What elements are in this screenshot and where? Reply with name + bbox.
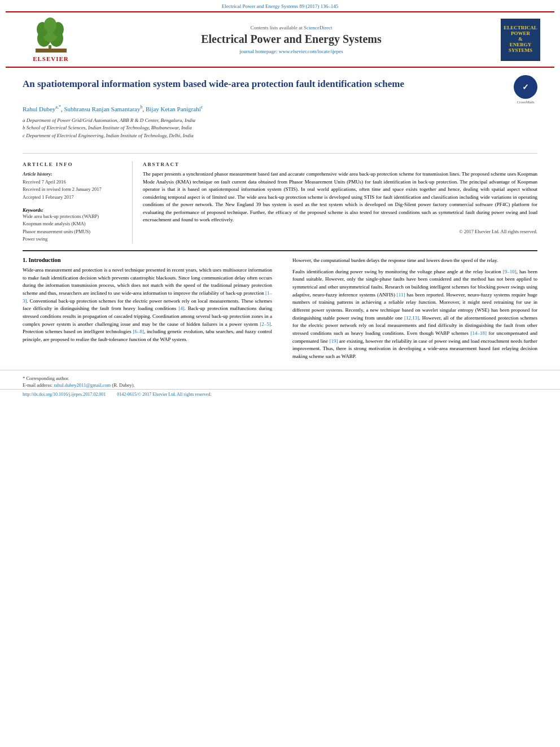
science-direct-line: Contents lists available at ScienceDirec… <box>251 25 333 30</box>
author-bijay: Bijay Ketan Panigrahi <box>146 106 201 112</box>
affiliations: a Department of Power Grid/Grid Automati… <box>23 117 537 140</box>
keywords-list: Wide area back-up protections (WABP) Koo… <box>23 213 122 243</box>
homepage-label: journal homepage: <box>239 49 277 54</box>
ref-2-5[interactable]: [2–5] <box>260 321 271 327</box>
email-value[interactable]: rahul.dubey2011@gmail.com <box>54 382 111 388</box>
elsevier-tree-icon <box>27 17 75 54</box>
elsevier-brand-text: ELSEVIER <box>33 55 69 62</box>
journal-ref-bar: Electrical Power and Energy Systems 89 (… <box>0 0 560 11</box>
ref-14-18[interactable]: [14–18] <box>470 330 487 336</box>
ref-4[interactable]: [4] <box>178 305 185 311</box>
keywords-section: Keywords: Wide area back-up protections … <box>23 207 122 243</box>
keyword-4: Power swing <box>23 235 122 243</box>
homepage-url[interactable]: www.elsevier.com/locate/ijepes <box>279 49 343 54</box>
ref-12-13[interactable]: [12,13] <box>404 315 419 321</box>
issn-text: 0142-0615/© 2017 Elsevier Ltd. All right… <box>117 392 211 397</box>
ref-11[interactable]: [11] <box>397 292 405 298</box>
divider-after-affiliations <box>23 153 537 154</box>
footnote-corresponding: * Corresponding author. <box>23 375 537 382</box>
received-date: Received 7 April 2016 <box>23 178 122 186</box>
elsevier-logo: ELSEVIER <box>27 17 75 62</box>
article-header: An spatiotemporal information system bas… <box>0 68 560 148</box>
contents-label: Contents lists available at <box>251 25 303 30</box>
journal-title: Electrical Power and Energy Systems <box>201 33 382 46</box>
crossmark-area: CrossMark <box>514 75 537 104</box>
abstract-heading: ABSTRACT <box>143 161 537 167</box>
revised-date: Received in revised form 2 January 2017 <box>23 186 122 194</box>
footer-links: http://dx.doi.org/10.1016/j.ijepes.2017.… <box>0 389 560 400</box>
section-number: 1. <box>23 257 27 263</box>
doi-link[interactable]: http://dx.doi.org/10.1016/j.ijepes.2017.… <box>23 392 106 397</box>
intro-left-paragraph-1: Wide-area measurement and protection is … <box>23 267 272 344</box>
journal-badge: ELECTRICALPOWER&ENERGYSYSTEMS <box>501 19 540 61</box>
intro-right-paragraph-1: However, the computational burden delays… <box>292 257 537 265</box>
ref-19[interactable]: [19] <box>329 338 338 344</box>
elsevier-logo-area: ELSEVIER <box>17 17 85 62</box>
badge-title: ELECTRICALPOWER&ENERGYSYSTEMS <box>504 25 537 53</box>
journal-homepage-line: journal homepage: www.elsevier.com/locat… <box>239 49 343 54</box>
footnote-email: E-mail address: rahul.dubey2011@gmail.co… <box>23 382 537 389</box>
copyright-line: © 2017 Elsevier Ltd. All rights reserved… <box>143 229 537 234</box>
keywords-label: Keywords: <box>23 207 122 213</box>
author-subhransu: Subhransu Ranjan Samantaray <box>64 106 140 112</box>
affiliation-a: a Department of Power Grid/Grid Automati… <box>23 117 537 125</box>
page: Electrical Power and Energy Systems 89 (… <box>0 0 560 747</box>
svg-rect-8 <box>36 49 67 53</box>
keyword-1: Wide area back-up protections (WABP) <box>23 213 122 221</box>
affiliation-b: b School of Electrical Sciences, Indian … <box>23 124 537 132</box>
article-info-column: ARTICLE INFO Article history: Received 7… <box>23 161 133 243</box>
accepted-date: Accepted 1 February 2017 <box>23 194 122 202</box>
article-history: Article history: Received 7 April 2016 R… <box>23 171 122 201</box>
journal-badge-area: ELECTRICALPOWER&ENERGYSYSTEMS <box>498 17 543 62</box>
main-content: 1. Introduction Wide-area measurement an… <box>0 251 560 370</box>
ref-6-8[interactable]: [6–8] <box>133 329 144 334</box>
abstract-text: The paper presents a synchronized phasor… <box>143 171 537 224</box>
intro-right-paragraph-2: Faults identification during power swing… <box>292 268 537 361</box>
journal-ref-text: Electrical Power and Energy Systems 89 (… <box>222 3 339 9</box>
science-direct-link[interactable]: ScienceDirect <box>304 25 332 30</box>
history-label: Article history: <box>23 171 122 178</box>
keyword-3: Phasor measurement units (PMUS) <box>23 228 122 236</box>
authors-line: Rahul Dubeya,*, Subhransu Ranjan Samanta… <box>23 104 537 112</box>
crossmark-icon <box>514 75 537 99</box>
email-label: E-mail address: <box>23 382 53 388</box>
article-title: An spatiotemporal information system bas… <box>23 78 508 90</box>
ref-1-3[interactable]: [1–3] <box>23 290 272 304</box>
ref-9-10[interactable]: [9–10] <box>503 269 517 274</box>
abstract-column: ABSTRACT The paper presents a synchroniz… <box>133 161 537 243</box>
svg-point-6 <box>44 18 56 32</box>
section-title-text: Introduction <box>29 257 61 263</box>
article-info-heading: ARTICLE INFO <box>23 161 122 167</box>
affiliation-c: c Department of Electrical Engineering, … <box>23 132 537 140</box>
footnote-area: * Corresponding author. E-mail address: … <box>0 370 560 390</box>
right-column: However, the computational burden delays… <box>282 257 537 364</box>
article-info-abstract: ARTICLE INFO Article history: Received 7… <box>0 158 560 243</box>
corresponding-label: * Corresponding author. <box>23 375 69 381</box>
header-center: Contents lists available at ScienceDirec… <box>90 17 492 62</box>
keyword-2: Koopman mode analysis (KMA) <box>23 220 122 228</box>
author-rahul: Rahul Dubey <box>23 106 55 112</box>
header-area: ELSEVIER Contents lists available at Sci… <box>6 11 554 68</box>
crossmark-label: CrossMark <box>514 100 537 104</box>
intro-section-title: 1. Introduction <box>23 257 272 263</box>
left-column: 1. Introduction Wide-area measurement an… <box>23 257 282 364</box>
email-suffix: (R. Dubey). <box>112 382 134 388</box>
